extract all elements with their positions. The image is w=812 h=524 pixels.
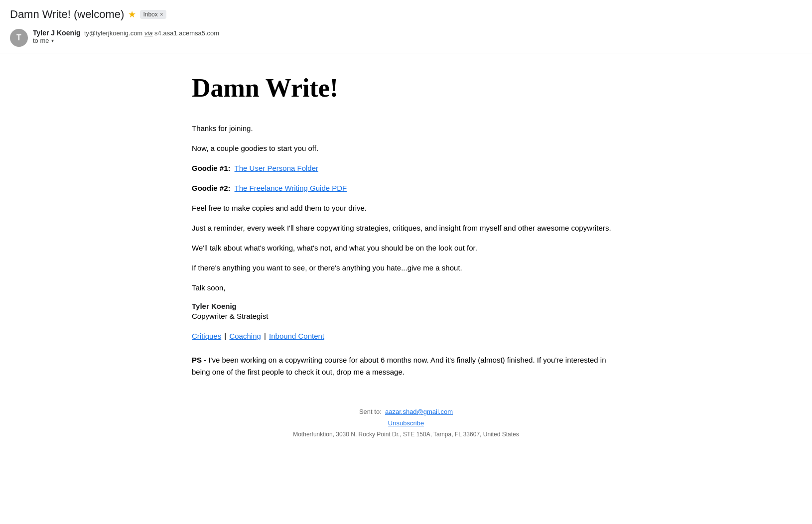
label-close-button[interactable]: × (160, 11, 163, 18)
sig-name: Tyler Koenig (192, 302, 620, 310)
via-text: via (144, 29, 153, 37)
ps-text: - I've been working on a copywriting cou… (192, 356, 606, 376)
chevron-down-icon[interactable]: ▾ (51, 38, 54, 43)
goodie2-label: Goodie #2: (192, 184, 231, 192)
sender-details: Tyler J Koenig ty@tylerjkoenig.com via s… (33, 29, 219, 44)
email-footer: Sent to: aazar.shad@gmail.com Unsubscrib… (192, 398, 620, 438)
inbox-label[interactable]: Inbox × (140, 10, 166, 19)
sig-critiques-link[interactable]: Critiques (192, 332, 221, 340)
star-icon[interactable]: ★ (128, 9, 136, 20)
subject-text: Damn Write! (welcome) (10, 8, 124, 21)
goodie1-line: Goodie #1: The User Persona Folder (192, 162, 620, 174)
sender-name: Tyler J Koenig (33, 29, 80, 37)
para7: Talk soon, (192, 282, 620, 294)
email-header: Damn Write! (welcome) ★ Inbox × T Tyler … (0, 0, 812, 53)
para6: If there's anything you want to see, or … (192, 262, 620, 274)
email-content: Damn Write! Thanks for joining. Now, a c… (192, 63, 620, 448)
footer-unsubscribe: Unsubscribe (192, 419, 620, 427)
goodie1-link[interactable]: The User Persona Folder (235, 164, 318, 172)
sig-inbound-link[interactable]: Inbound Content (269, 332, 324, 340)
signature-block: Tyler Koenig Copywriter & Strategist Cri… (192, 302, 620, 342)
ps-block: PS - I've been working on a copywriting … (192, 354, 620, 378)
avatar-initial: T (16, 33, 21, 42)
sender-email: ty@tylerjkoenig.com via s4.asa1.acemsa5.… (82, 29, 219, 37)
goodie1-label: Goodie #1: (192, 164, 231, 172)
ps-label: PS (192, 356, 202, 364)
footer-sent: Sent to: aazar.shad@gmail.com (192, 408, 620, 415)
email-body: Damn Write! Thanks for joining. Now, a c… (182, 53, 630, 468)
sent-to-label: Sent to: (359, 408, 382, 415)
sender-info: T Tyler J Koenig ty@tylerjkoenig.com via… (10, 27, 802, 49)
goodie2-line: Goodie #2: The Freelance Writing Guide P… (192, 182, 620, 194)
sig-links: Critiques | Coaching | Inbound Content (192, 330, 620, 342)
email-main-title: Damn Write! (192, 73, 620, 103)
sent-to-email[interactable]: aazar.shad@gmail.com (385, 408, 453, 415)
to-line[interactable]: to me ▾ (33, 37, 219, 44)
pipe1: | (224, 332, 228, 340)
footer-address: Motherfunktion, 3030 N. Rocky Point Dr.,… (192, 431, 620, 438)
para2: Now, a couple goodies to start you off. (192, 142, 620, 154)
sig-title: Copywriter & Strategist (192, 310, 620, 322)
subject-line: Damn Write! (welcome) ★ Inbox × (10, 8, 802, 21)
inbox-label-text: Inbox (143, 11, 157, 18)
para4: Just a reminder, every week I'll share c… (192, 222, 620, 234)
para3: Feel free to make copies and add them to… (192, 202, 620, 214)
sender-name-line: Tyler J Koenig ty@tylerjkoenig.com via s… (33, 29, 219, 37)
para5: We'll talk about what's working, what's … (192, 242, 620, 254)
pipe2: | (264, 332, 268, 340)
para1: Thanks for joining. (192, 123, 620, 134)
avatar: T (10, 29, 28, 47)
sig-coaching-link[interactable]: Coaching (229, 332, 261, 340)
goodie2-link[interactable]: The Freelance Writing Guide PDF (235, 184, 347, 192)
unsubscribe-link[interactable]: Unsubscribe (388, 419, 424, 427)
